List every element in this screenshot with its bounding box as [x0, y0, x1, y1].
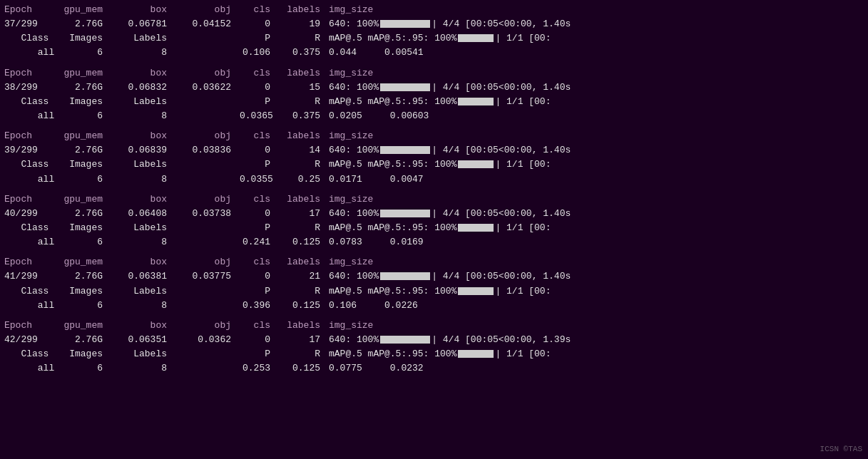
num1-0: 6: [58, 46, 111, 60]
cls-val-2: 0: [240, 143, 279, 158]
class-lbl-0: Class: [4, 31, 58, 46]
progress-rest-5: 640: 100%| 4/4 [00:05<00:00, 1.39s: [329, 333, 864, 347]
epoch-header-row-4: Epoch gpu_mem box obj cls labels img_siz…: [0, 255, 868, 269]
gpu-mem-val-4: 2.76G: [58, 269, 111, 284]
imgsize-label-5: img_size: [329, 319, 368, 333]
imgsize-label-3: img_size: [329, 192, 368, 207]
p-val-5: 0.253: [240, 361, 279, 376]
all-lbl-2: all: [4, 172, 58, 187]
progress-bar-2-0: [458, 34, 494, 42]
epoch-spacer-5: [0, 376, 868, 380]
progress-rest-0: 640: 100%| 4/4 [00:05<00:00, 1.40s: [329, 17, 864, 31]
r-lbl-0: R: [279, 31, 329, 46]
cls-label-1: cls: [240, 66, 279, 81]
map-rest-5: mAP@.5 mAP@.5:.95: 100%| 1/1 [00:: [329, 347, 864, 361]
epoch-all-row-3: all 6 8 0.241 0.125 0.0783 0.0169: [0, 235, 868, 249]
imgsize-label-0: img_size: [329, 3, 368, 17]
num1-3: 6: [58, 235, 111, 249]
epoch-label-1: Epoch: [4, 66, 58, 81]
obj-val-4: 0.03775: [175, 269, 240, 284]
imgsize-label-2: img_size: [329, 129, 368, 143]
labels-val-4: 21: [279, 269, 329, 284]
epoch-data-row-2: 39/299 2.76G 0.06839 0.03836 0 14 640: 1…: [0, 143, 868, 158]
obj-label-3: obj: [175, 192, 240, 207]
map-rest-4: mAP@.5 mAP@.5:.95: 100%| 1/1 [00:: [329, 284, 864, 299]
epoch-class-row-4: Class Images Labels P R mAP@.5 mAP@.5:.9…: [0, 284, 868, 299]
epoch-header-row-2: Epoch gpu_mem box obj cls labels img_siz…: [0, 129, 868, 143]
images-lbl-5: Images: [58, 347, 111, 361]
obj-val-5: 0.0362: [175, 333, 240, 347]
cls-val-5: 0: [240, 333, 279, 347]
labels-lbl-5: Labels: [111, 347, 175, 361]
epoch-data-row-1: 38/299 2.76G 0.06832 0.03622 0 15 640: 1…: [0, 81, 868, 95]
progress-bar-1-5: [380, 336, 430, 344]
images-lbl-1: Images: [58, 95, 111, 109]
labels-lbl-4: Labels: [111, 284, 175, 299]
r-val-1: 0.375: [279, 109, 329, 123]
epoch-id-0: 37/299: [4, 17, 58, 31]
all-lbl-5: all: [4, 361, 58, 376]
progress-rest-3: 640: 100%| 4/4 [00:05<00:00, 1.40s: [329, 207, 864, 221]
map-vals-0: 0.044 0.00541: [329, 46, 864, 60]
r-lbl-4: R: [279, 284, 329, 299]
progress-bar-2-3: [458, 224, 494, 232]
gpumem-label-0: gpu_mem: [58, 3, 111, 17]
epoch-class-row-2: Class Images Labels P R mAP@.5 mAP@.5:.9…: [0, 158, 868, 172]
epoch-label-3: Epoch: [4, 192, 58, 207]
obj-val-1: 0.03622: [175, 81, 240, 95]
map-vals-4: 0.106 0.0226: [329, 299, 864, 313]
box-label-3: box: [111, 192, 175, 207]
epoch-class-row-5: Class Images Labels P R mAP@.5 mAP@.5:.9…: [0, 347, 868, 361]
num2-0: 8: [111, 46, 175, 60]
all-lbl-4: all: [4, 299, 58, 313]
obj-val-2: 0.03836: [175, 143, 240, 158]
epoch-spacer-4: [0, 313, 868, 317]
labels-lbl-2: Labels: [111, 158, 175, 172]
map-rest-3: mAP@.5 mAP@.5:.95: 100%| 1/1 [00:: [329, 221, 864, 235]
progress-bar-1-1: [380, 83, 430, 91]
map-vals-2: 0.0171 0.0047: [329, 172, 864, 187]
cls-val-1: 0: [240, 81, 279, 95]
epoch-block-0: Epoch gpu_mem box obj cls labels img_siz…: [0, 3, 868, 65]
p-lbl-0: P: [240, 31, 279, 46]
map-rest-2: mAP@.5 mAP@.5:.95: 100%| 1/1 [00:: [329, 158, 864, 172]
epoch-spacer-2: [0, 187, 868, 191]
class-lbl-4: Class: [4, 284, 58, 299]
labels-val-0: 19: [279, 17, 329, 31]
obj-label-1: obj: [175, 66, 240, 81]
epoch-block-4: Epoch gpu_mem box obj cls labels img_siz…: [0, 255, 868, 317]
epoch-data-row-3: 40/299 2.76G 0.06408 0.03738 0 17 640: 1…: [0, 207, 868, 221]
epoch-all-row-1: all 6 8 0.0365 0.375 0.0205 0.00603: [0, 109, 868, 123]
progress-bar-2-5: [458, 350, 494, 358]
gpu-mem-val-5: 2.76G: [58, 333, 111, 347]
progress-rest-4: 640: 100%| 4/4 [00:05<00:00, 1.40s: [329, 269, 864, 284]
terminal-output: Epoch gpu_mem box obj cls labels img_siz…: [0, 3, 868, 380]
imgsize-label-4: img_size: [329, 255, 368, 269]
r-lbl-5: R: [279, 347, 329, 361]
labels-label-3: labels: [279, 192, 329, 207]
labels-label-2: labels: [279, 129, 329, 143]
progress-rest-1: 640: 100%| 4/4 [00:05<00:00, 1.40s: [329, 81, 864, 95]
r-val-0: 0.375: [279, 46, 329, 60]
epoch-all-row-5: all 6 8 0.253 0.125 0.0775 0.0232: [0, 361, 868, 376]
progress-bar-1-3: [380, 210, 430, 217]
box-val-0: 0.06781: [111, 17, 175, 31]
progress-bar-2-1: [458, 98, 494, 105]
labels-lbl-0: Labels: [111, 31, 175, 46]
cls-label-2: cls: [240, 129, 279, 143]
epoch-id-1: 38/299: [4, 81, 58, 95]
p-val-2: 0.0355: [240, 172, 279, 187]
labels-lbl-3: Labels: [111, 221, 175, 235]
labels-label-1: labels: [279, 66, 329, 81]
obj-label-5: obj: [175, 319, 240, 333]
cls-label-5: cls: [240, 319, 279, 333]
epoch-all-row-4: all 6 8 0.396 0.125 0.106 0.0226: [0, 299, 868, 313]
box-label-4: box: [111, 255, 175, 269]
images-lbl-2: Images: [58, 158, 111, 172]
all-lbl-1: all: [4, 109, 58, 123]
box-label-2: box: [111, 129, 175, 143]
progress-bar-2-2: [458, 160, 494, 168]
num2-2: 8: [111, 172, 175, 187]
gpumem-label-5: gpu_mem: [58, 319, 111, 333]
epoch-block-2: Epoch gpu_mem box obj cls labels img_siz…: [0, 129, 868, 191]
